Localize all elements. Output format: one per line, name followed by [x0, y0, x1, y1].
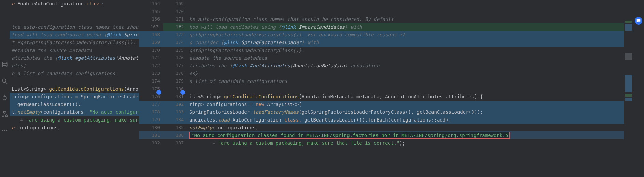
more-icon[interactable] [2, 127, 8, 134]
line-number: 174 [163, 39, 187, 47]
line-number: 176 [163, 54, 187, 62]
svg-rect-7 [4, 111, 6, 113]
line-number: 175 [163, 47, 187, 54]
database-icon[interactable] [2, 62, 8, 68]
comment-text: a list of candidate configurations [189, 78, 287, 84]
line-number: 185 [163, 124, 187, 132]
debug-icon[interactable] [2, 94, 8, 101]
line-number: 171 [139, 54, 163, 62]
line-number: 171 [163, 15, 187, 23]
svg-point-11 [4, 130, 5, 131]
line-number: 165 [139, 8, 163, 16]
override-gutter-icon[interactable] [180, 90, 185, 95]
comment-text: he auto-configuration class names that s… [189, 16, 394, 22]
apply-chunk-icon[interactable]: « [179, 24, 182, 29]
line-number: 180 [139, 124, 163, 132]
line-number: 182 [139, 139, 163, 147]
line-number: 164 [139, 0, 163, 8]
assistant-sidebar [633, 0, 644, 177]
line-number: 169 [139, 39, 163, 47]
line-number: 179 [139, 116, 163, 124]
comment-text: t #getSpringFactoriesLoaderFactoryClass(… [12, 40, 135, 45]
line-number: 183 [163, 108, 187, 116]
comment-text: getSpringFactoriesLoaderFactoryClass()}.… [189, 32, 405, 37]
override-gutter-icon[interactable] [156, 90, 161, 95]
assistant-chat-icon[interactable] [635, 17, 642, 25]
line-number: 173 [139, 69, 163, 77]
error-stripe[interactable] [624, 0, 633, 177]
svg-point-1 [2, 79, 6, 82]
svg-point-3 [3, 96, 6, 100]
comment-text: n a list of candidate configurations [12, 71, 115, 76]
diff-left-editor[interactable]: n EnableAutoConfiguration.class; the aut… [10, 0, 139, 177]
diff-right-editor[interactable]: he auto-configuration class names that s… [187, 0, 624, 177]
comment-text: es} [189, 71, 198, 76]
line-number: 172 [139, 62, 163, 70]
tool-window-strip [0, 0, 10, 177]
line-number: 166 [139, 15, 163, 23]
line-number: 182 [163, 101, 187, 109]
line-number: 178 [139, 108, 163, 116]
line-number: 172 [163, 23, 187, 31]
gutter-right: 169 170 171 172 173 174 175 176 177 178 … [163, 0, 187, 177]
svg-rect-8 [2, 115, 4, 117]
line-number: 186 [163, 131, 187, 139]
comment-text: etadata the source metadata [189, 55, 267, 61]
svg-point-0 [2, 62, 7, 64]
comment-text: utes} [12, 63, 26, 68]
line-number: 168 [139, 31, 163, 39]
svg-line-2 [5, 82, 7, 84]
hierarchy-icon[interactable] [2, 111, 8, 117]
line-number: 187 [163, 139, 187, 147]
search-icon[interactable] [2, 78, 8, 84]
comment-text: metadata the source metadata [12, 48, 92, 53]
comment-text: the auto-configuration class names that … [12, 24, 139, 30]
gutter-left: 164 165 166 167 168 169 170 171 172 173 … [139, 0, 163, 177]
highlighted-string-change: "No auto configuration classes found in … [189, 132, 510, 139]
svg-rect-9 [5, 115, 8, 117]
comment-text: getSpringFactoriesLoaderFactoryClass()}. [189, 48, 304, 53]
line-number: 167 [139, 23, 163, 31]
apply-chunk-icon[interactable]: « [179, 101, 182, 106]
line-number: 177 [163, 62, 187, 70]
svg-point-10 [2, 130, 3, 131]
line-number: 177 [139, 101, 163, 109]
line-number: 178 [163, 69, 187, 77]
line-number: 181 [139, 131, 163, 139]
line-number: 170 [139, 47, 163, 54]
svg-point-12 [6, 130, 7, 131]
line-number: 179 [163, 77, 187, 85]
line-number: 184 [163, 116, 187, 124]
line-number: 174 [139, 77, 163, 85]
collapse-region-icon[interactable] [180, 7, 184, 11]
line-number: 173 [163, 31, 187, 39]
